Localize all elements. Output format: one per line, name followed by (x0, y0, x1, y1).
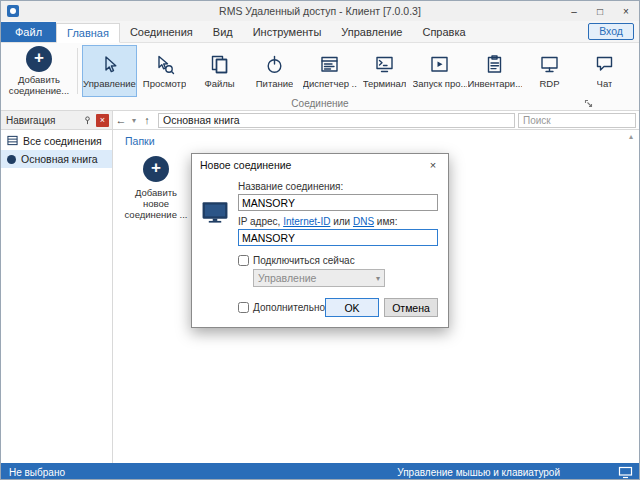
inventory-icon (483, 53, 506, 76)
add-connection-button[interactable]: + Добавить соединение... (5, 45, 73, 97)
plus-circle-icon: + (26, 46, 52, 72)
ribbon-button-terminal[interactable]: Терминал (357, 45, 412, 97)
tab-view[interactable]: Вид (203, 22, 243, 42)
tab-file[interactable]: Файл (1, 22, 56, 42)
app-icon (7, 5, 19, 17)
add-new-connection-tile[interactable]: + Добавить новое соединение ... (123, 156, 189, 220)
login-button[interactable]: Вход (588, 23, 634, 40)
files-icon (208, 53, 231, 76)
mode-select[interactable]: Управление ▾ (253, 269, 385, 287)
tab-home[interactable]: Главная (56, 23, 120, 43)
new-connection-dialog: Новое соединение × Название соединения: … (191, 153, 449, 328)
ribbon: + Добавить соединение... Управление Прос… (1, 43, 639, 97)
tab-tools[interactable]: Инструменты (243, 22, 332, 42)
dialog-title-bar: Новое соединение × (192, 154, 448, 175)
scroll-up-icon[interactable]: ▴ (625, 132, 637, 141)
sidebar-header: Навигация × (1, 111, 113, 129)
ribbon-button-rdp[interactable]: RDP (522, 45, 577, 97)
select-arrow-icon: ▾ (376, 274, 380, 283)
input-control-icon (618, 466, 633, 479)
address-input[interactable] (238, 229, 438, 246)
dns-link[interactable]: DNS (353, 216, 374, 227)
up-arrow-icon[interactable]: ↑ (139, 112, 155, 129)
ribbon-group-bar: Соединение (1, 97, 639, 111)
ribbon-separator (77, 48, 78, 94)
status-mode-text: Управление мышью и клавиатурой (397, 467, 560, 478)
ribbon-button-chat[interactable]: Чат (577, 45, 632, 97)
ribbon-button-inventory[interactable]: Инвентари... (467, 45, 522, 97)
terminal-icon (373, 53, 396, 76)
ribbon-button-task-manager[interactable]: Диспетчер ... (302, 45, 357, 97)
internet-id-link[interactable]: Internet-ID (283, 216, 330, 227)
dialog-title: Новое соединение (192, 159, 418, 171)
tab-help[interactable]: Справка (412, 22, 475, 42)
advanced-row: Дополнительно (238, 302, 325, 313)
minimize-button[interactable]: – (561, 1, 587, 21)
sidebar-item-label: Основная книга (21, 153, 98, 165)
ribbon-button-files[interactable]: Файлы (192, 45, 247, 97)
add-connection-label: Добавить соединение... (5, 75, 73, 96)
run-program-icon (428, 53, 451, 76)
ok-button[interactable]: OK (325, 298, 379, 317)
back-arrow-icon[interactable]: ← (113, 112, 129, 129)
mode-select-value: Управление (258, 272, 316, 284)
breadcrumb-field[interactable] (158, 113, 515, 128)
app-window: RMS Удаленный доступ - Клиент [7.0.0.3] … (0, 0, 640, 480)
dialog-launcher-icon[interactable] (584, 99, 594, 109)
address-label: IP адрес, Internet-ID или DNS имя: (238, 216, 438, 227)
dialog-button-row: Дополнительно OK Отмена (238, 298, 438, 317)
connect-now-row: Подключиться сейчас (238, 255, 438, 266)
chat-icon (593, 53, 616, 76)
ribbon-button-power[interactable]: Питание (247, 45, 302, 97)
plus-circle-icon: + (143, 156, 169, 182)
advanced-label: Дополнительно (253, 302, 325, 313)
task-manager-icon (318, 53, 341, 76)
navigation-sidebar: Все соединения Основная книга (1, 130, 113, 463)
window-title: RMS Удаленный доступ - Клиент [7.0.0.3] (1, 5, 639, 17)
group-label-connection: Соединение (291, 98, 348, 109)
sidebar-close-icon[interactable]: × (96, 114, 109, 127)
address-book-icon (7, 155, 16, 164)
connection-name-input[interactable] (238, 194, 438, 211)
view-cursor-icon (153, 53, 176, 76)
sidebar-item-main-book[interactable]: Основная книга (1, 150, 112, 168)
tab-management[interactable]: Управление (331, 22, 412, 42)
tab-connections[interactable]: Соединения (120, 22, 203, 42)
cursor-icon (98, 53, 121, 76)
sidebar-item-all-connections[interactable]: Все соединения (1, 132, 112, 150)
sidebar-item-label: Все соединения (23, 135, 102, 147)
title-bar: RMS Удаленный доступ - Клиент [7.0.0.3] … (1, 1, 639, 21)
status-bar: Не выбрано Управление мышью и клавиатуро… (1, 463, 639, 480)
monitor-icon (202, 193, 228, 233)
search-input[interactable] (518, 113, 636, 128)
ribbon-tab-row: Файл Главная Соединения Вид Инструменты … (1, 21, 639, 43)
pin-icon[interactable] (81, 114, 94, 127)
sidebar-title: Навигация (6, 115, 81, 126)
history-chevron-icon[interactable]: ▾ (129, 112, 139, 129)
dialog-body: Название соединения: IP адрес, Internet-… (192, 175, 448, 327)
power-icon (263, 53, 286, 76)
maximize-button[interactable]: □ (587, 1, 613, 21)
address-row: Навигация × ← ▾ ↑ (1, 111, 639, 130)
connection-name-label: Название соединения: (238, 181, 438, 192)
connections-list-icon (7, 135, 18, 148)
cancel-button[interactable]: Отмена (384, 298, 438, 317)
ribbon-button-run-program[interactable]: Запуск про... (412, 45, 467, 97)
tile-label: Добавить новое соединение ... (123, 187, 189, 220)
ribbon-button-control[interactable]: Управление (82, 45, 137, 97)
ribbon-button-view[interactable]: Просмотр (137, 45, 192, 97)
status-selection-text: Не выбрано (1, 467, 65, 478)
connect-now-label: Подключиться сейчас (253, 255, 355, 266)
folders-section-label: Папки (125, 135, 155, 147)
close-button[interactable]: × (613, 1, 639, 21)
dialog-close-icon[interactable]: × (418, 154, 448, 175)
advanced-checkbox[interactable] (238, 302, 249, 313)
connect-now-checkbox[interactable] (238, 255, 249, 266)
rdp-monitor-icon (538, 53, 561, 76)
